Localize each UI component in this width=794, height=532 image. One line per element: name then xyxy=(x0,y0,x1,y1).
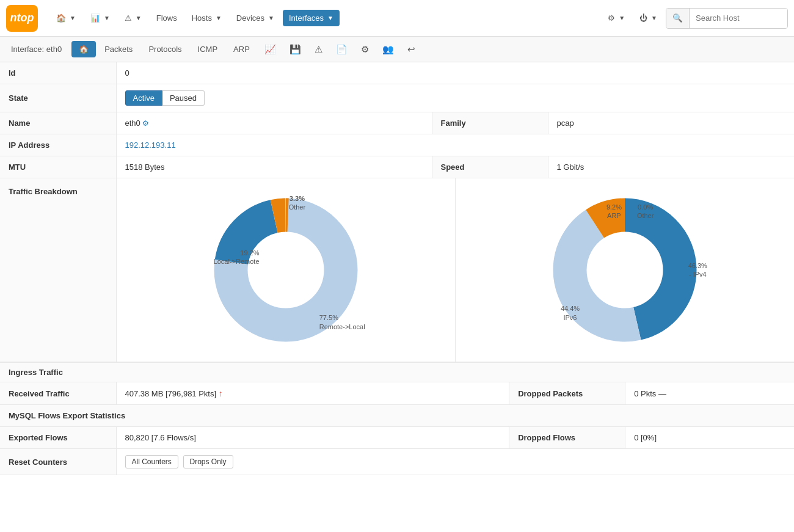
reset-counters-label: Reset Counters xyxy=(0,449,116,475)
traffic-row: Traffic Breakdown xyxy=(0,178,794,362)
nav-flows[interactable]: Flows xyxy=(150,10,183,26)
tab-packets[interactable]: Packets xyxy=(97,41,140,57)
back-icon[interactable]: ↩ xyxy=(401,40,421,59)
name-label: Name xyxy=(0,112,116,134)
nav-interfaces[interactable]: Interfaces ▼ xyxy=(283,10,340,26)
dropped-minus-icon: — xyxy=(658,389,666,398)
dropped-flows-label: Dropped Flows xyxy=(509,427,625,449)
alert-sub-icon[interactable]: ⚠ xyxy=(308,40,329,59)
interfaces-label: Interfaces xyxy=(289,13,324,23)
received-label: Received Traffic xyxy=(0,382,116,405)
tab-protocols[interactable]: Protocols xyxy=(141,41,189,57)
svg-point-3 xyxy=(252,236,319,304)
donut-chart1: 3.3%Other 19.2%Local->Remote 77.5%Remote… xyxy=(200,184,371,355)
dropped-packets-value: 0 Pkts — xyxy=(625,382,794,405)
search-input[interactable] xyxy=(690,9,787,28)
state-paused-button[interactable]: Paused xyxy=(162,90,205,106)
disk-icon[interactable]: 💾 xyxy=(283,40,307,59)
devices-label: Devices xyxy=(236,13,264,23)
settings-caret: ▼ xyxy=(619,15,625,21)
dashboard-icon: 📊 xyxy=(90,13,100,23)
doc-icon[interactable]: 📄 xyxy=(330,40,354,59)
traffic-charts: 3.3%Other 19.2%Local->Remote 77.5%Remote… xyxy=(116,178,794,362)
settings-icon: ⚙ xyxy=(608,13,615,23)
nav-devices[interactable]: Devices ▼ xyxy=(230,10,280,26)
home-icon: 🏠 xyxy=(56,13,66,23)
alert-icon: ⚠ xyxy=(125,13,132,23)
nav-alert[interactable]: ⚠ ▼ xyxy=(118,10,148,26)
state-active-button[interactable]: Active xyxy=(125,90,162,106)
search-box: 🔍 xyxy=(666,8,788,29)
logo-text: ntop xyxy=(10,12,34,24)
logo[interactable]: ntop xyxy=(6,5,38,32)
ingress-table: Received Traffic 407.38 MB [796,981 Pkts… xyxy=(0,382,794,475)
dropped-flows-value: 0 [0%] xyxy=(625,427,794,449)
tab-arp[interactable]: ARP xyxy=(226,41,257,57)
id-label: Id xyxy=(0,62,116,84)
info-table: Id 0 State ActivePaused Name eth0 ⚙ Fami… xyxy=(0,62,794,362)
mtu-label: MTU xyxy=(0,156,116,178)
chart-icon[interactable]: 📈 xyxy=(258,40,282,59)
exported-flows-value: 80,820 [7.6 Flows/s] xyxy=(116,427,509,449)
power-caret: ▼ xyxy=(651,15,657,21)
hosts-caret: ▼ xyxy=(216,15,222,21)
chart2-ipv4-label: 46.3%- IPv4 xyxy=(688,261,707,279)
home-caret: ▼ xyxy=(70,15,76,21)
gear-sub-icon[interactable]: ⚙ xyxy=(355,40,375,59)
received-value: 407.38 MB [796,981 Pkts] ↑ xyxy=(116,382,509,405)
received-arrow-icon: ↑ xyxy=(219,388,223,398)
nav-power[interactable]: ⏻ ▼ xyxy=(633,10,663,26)
family-value: pcap xyxy=(548,112,794,134)
nav-home[interactable]: 🏠 ▼ xyxy=(50,10,82,26)
nav-hosts[interactable]: Hosts ▼ xyxy=(186,10,228,26)
chart1-local-remote-label: 19.2%Local->Remote xyxy=(214,249,260,266)
state-row: State ActivePaused xyxy=(0,84,794,112)
ip-row: IP Address 192.12.193.11 xyxy=(0,134,794,156)
donut-svg2 xyxy=(539,184,710,355)
tab-icmp[interactable]: ICMP xyxy=(191,41,225,57)
ingress-section-header: Ingress Traffic xyxy=(0,362,794,382)
name-row: Name eth0 ⚙ Family pcap xyxy=(0,112,794,134)
devices-caret: ▼ xyxy=(268,15,274,21)
id-row: Id 0 xyxy=(0,62,794,84)
svg-point-8 xyxy=(591,236,658,304)
ip-link[interactable]: 192.12.193.11 xyxy=(125,140,176,150)
hosts-label: Hosts xyxy=(192,13,212,23)
drops-only-button[interactable]: Drops Only xyxy=(183,455,233,468)
search-button[interactable]: 🔍 xyxy=(666,9,690,28)
mtu-row: MTU 1518 Bytes Speed 1 Gbit/s xyxy=(0,156,794,178)
users-icon[interactable]: 👥 xyxy=(376,40,400,59)
received-row: Received Traffic 407.38 MB [796,981 Pkts… xyxy=(0,382,794,405)
ip-value: 192.12.193.11 xyxy=(116,134,794,156)
interfaces-caret: ▼ xyxy=(327,15,333,21)
tab-home[interactable]: 🏠 xyxy=(71,41,96,57)
chart2-other-label: 0.0%Other xyxy=(637,203,654,220)
all-counters-button[interactable]: All Counters xyxy=(125,455,178,468)
mysql-section-label: MySQL Flows Export Statistics xyxy=(0,405,794,427)
power-icon: ⏻ xyxy=(639,13,647,23)
charts-row: 3.3%Other 19.2%Local->Remote 77.5%Remote… xyxy=(117,178,795,362)
exported-row: Exported Flows 80,820 [7.6 Flows/s] Drop… xyxy=(0,427,794,449)
family-label: Family xyxy=(432,112,548,134)
nav-settings[interactable]: ⚙ ▼ xyxy=(602,10,631,26)
chart2-arp-label: 9.2%ARP xyxy=(606,203,622,220)
nav-dashboard[interactable]: 📊 ▼ xyxy=(84,10,116,26)
mysql-section-row: MySQL Flows Export Statistics xyxy=(0,405,794,427)
dropped-packets-label: Dropped Packets xyxy=(509,382,625,405)
flows-label: Flows xyxy=(156,13,177,23)
alert-caret: ▼ xyxy=(136,15,142,21)
top-navigation: ntop 🏠 ▼ 📊 ▼ ⚠ ▼ Flows Hosts ▼ Devices ▼… xyxy=(0,0,794,37)
dashboard-caret: ▼ xyxy=(104,15,110,21)
chart1-cell: 3.3%Other 19.2%Local->Remote 77.5%Remote… xyxy=(117,178,455,362)
traffic-label: Traffic Breakdown xyxy=(0,178,116,362)
speed-label: Speed xyxy=(432,156,548,178)
mtu-value: 1518 Bytes xyxy=(116,156,432,178)
name-value: eth0 ⚙ xyxy=(116,112,432,134)
chart1-remote-local-label: 77.5%Remote->Local xyxy=(319,313,365,331)
donut-chart2: 9.2%ARP 0.0%Other 46.3%- IPv4 44.4%IPv6 xyxy=(539,184,710,355)
state-label: State xyxy=(0,84,116,112)
reset-buttons: All Counters Drops Only xyxy=(116,449,794,475)
state-value: ActivePaused xyxy=(116,84,794,112)
exported-flows-label: Exported Flows xyxy=(0,427,116,449)
name-gear-icon[interactable]: ⚙ xyxy=(142,119,149,128)
